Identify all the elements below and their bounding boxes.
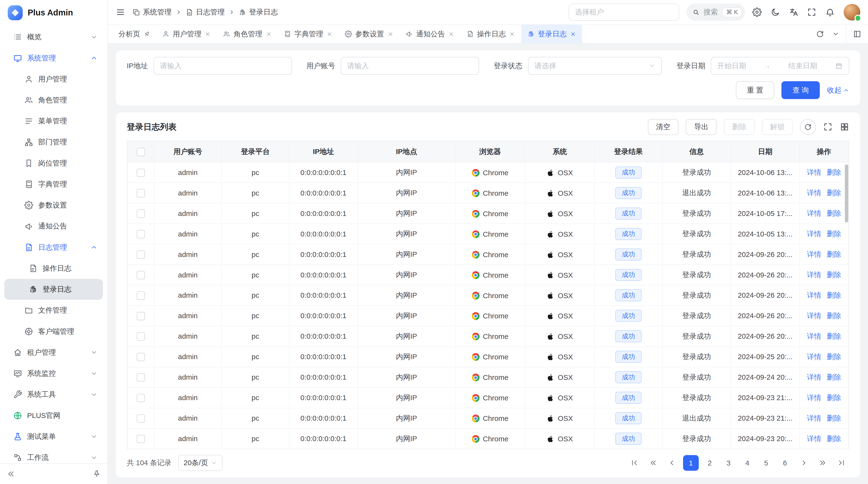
column-header[interactable]: 日期 [731, 141, 800, 162]
sidebar-item[interactable]: 文件管理 [4, 300, 103, 321]
delete-link[interactable]: 删除 [827, 373, 841, 381]
avatar[interactable] [844, 4, 860, 21]
reset-button[interactable]: 重 置 [736, 81, 774, 99]
tab-close-icon[interactable] [327, 31, 333, 37]
collapse-sidebar-icon[interactable] [7, 470, 15, 478]
tab-3[interactable]: 字典管理 [278, 25, 339, 43]
delete-link[interactable]: 删除 [827, 353, 841, 361]
sidebar-item[interactable]: 角色管理 [4, 90, 103, 110]
menu-toggle-button[interactable] [116, 7, 125, 17]
page-1-button[interactable]: 1 [683, 455, 699, 471]
status-select[interactable]: 请选择 [528, 57, 662, 74]
detail-link[interactable]: 详情 [807, 394, 821, 401]
detail-link[interactable]: 详情 [807, 434, 821, 443]
breadcrumb-item[interactable]: 日志管理 [185, 7, 225, 17]
sidebar-item[interactable]: 概览 [4, 27, 103, 47]
tab-5[interactable]: 通知公告 [400, 25, 460, 43]
sidebar-item[interactable]: 系统监控 [4, 363, 103, 384]
column-header[interactable]: 信息 [662, 141, 731, 162]
row-checkbox[interactable] [137, 291, 145, 300]
column-header[interactable]: IP地点 [358, 141, 455, 162]
page-6-button[interactable]: 6 [777, 455, 793, 471]
detail-link[interactable]: 详情 [807, 230, 821, 238]
notifications-icon[interactable] [825, 7, 835, 17]
row-checkbox[interactable] [137, 332, 145, 341]
unlock-button[interactable]: 解锁 [762, 119, 793, 135]
tab-0[interactable]: 分析页 [112, 25, 156, 43]
tab-close-icon[interactable] [509, 31, 515, 37]
sidebar-item[interactable]: 字典管理 [4, 174, 103, 195]
select-all-checkbox[interactable] [137, 148, 145, 156]
tab-2[interactable]: 角色管理 [217, 25, 278, 43]
sidebar-item[interactable]: 部门管理 [4, 132, 103, 153]
next-page-button[interactable] [796, 455, 812, 471]
page-4-button[interactable]: 4 [740, 455, 755, 471]
jump-forward-button[interactable] [815, 455, 830, 471]
page-2-button[interactable]: 2 [702, 455, 717, 471]
logo[interactable]: Plus Admin [0, 0, 107, 26]
tab-close-icon[interactable] [266, 31, 272, 37]
refresh-tab-icon[interactable] [816, 30, 824, 38]
content-expand-icon[interactable] [853, 30, 861, 38]
sidebar-item[interactable]: 操作日志 [4, 258, 103, 279]
sidebar-item[interactable]: 测试菜单 [4, 426, 103, 447]
detail-link[interactable]: 详情 [807, 250, 821, 258]
first-page-button[interactable] [627, 455, 642, 471]
column-header[interactable]: 操作 [800, 141, 848, 162]
row-checkbox[interactable] [137, 394, 145, 402]
tab-close-icon[interactable] [448, 31, 454, 37]
delete-link[interactable]: 删除 [827, 230, 841, 238]
delete-link[interactable]: 删除 [827, 394, 841, 401]
column-header[interactable]: IP地址 [289, 141, 358, 162]
sidebar-item[interactable]: 通知公告 [4, 216, 103, 237]
column-header[interactable]: 登录平台 [222, 141, 289, 162]
tab-1[interactable]: 用户管理 [156, 25, 217, 43]
tenant-select[interactable]: 选择租户 [568, 4, 679, 21]
export-button[interactable]: 导出 [686, 119, 717, 135]
last-page-button[interactable] [834, 455, 849, 471]
column-header[interactable]: 用户账号 [154, 141, 222, 162]
table-fullscreen-icon[interactable] [823, 122, 833, 132]
row-checkbox[interactable] [137, 353, 145, 361]
refresh-table-button[interactable] [800, 119, 816, 135]
column-settings-icon[interactable] [840, 122, 849, 132]
row-checkbox[interactable] [137, 414, 145, 423]
dark-mode-icon[interactable] [771, 7, 780, 17]
column-header[interactable]: 系统 [525, 141, 595, 162]
jump-back-button[interactable] [646, 455, 661, 471]
row-checkbox[interactable] [137, 209, 145, 218]
sidebar-item[interactable]: 系统工具 [4, 384, 103, 405]
prev-page-button[interactable] [664, 455, 680, 471]
sidebar-item[interactable]: 工作流 [4, 447, 103, 463]
row-checkbox[interactable] [137, 435, 145, 443]
table-scrollbar[interactable] [845, 164, 848, 223]
ip-input[interactable] [160, 62, 285, 70]
language-icon[interactable] [789, 7, 798, 17]
detail-link[interactable]: 详情 [807, 332, 821, 340]
tab-menu-chevron-icon[interactable] [832, 30, 839, 38]
search-button[interactable]: 查 询 [781, 81, 820, 99]
tab-close-icon[interactable] [205, 31, 211, 37]
sidebar-item[interactable]: 登录日志 [4, 279, 103, 300]
row-checkbox[interactable] [137, 374, 145, 382]
tab-close-icon[interactable] [570, 31, 576, 37]
page-size-select[interactable]: 20条/页 [178, 455, 222, 471]
global-search-button[interactable]: 搜索 ⌘ K [686, 4, 745, 21]
settings-icon[interactable] [752, 7, 762, 17]
sidebar-item[interactable]: 菜单管理 [4, 110, 103, 132]
sidebar-item[interactable]: PLUS官网 [4, 405, 103, 426]
delete-link[interactable]: 删除 [827, 434, 841, 443]
sidebar-item[interactable]: 参数设置 [4, 195, 103, 216]
sidebar-item[interactable]: 岗位管理 [4, 153, 103, 174]
sidebar-item[interactable]: 日志管理 [4, 237, 103, 258]
detail-link[interactable]: 详情 [807, 414, 821, 422]
detail-link[interactable]: 详情 [807, 312, 821, 320]
detail-link[interactable]: 详情 [807, 271, 821, 279]
clear-button[interactable]: 清空 [648, 119, 679, 135]
delete-link[interactable]: 删除 [827, 312, 841, 320]
delete-link[interactable]: 删除 [827, 414, 841, 422]
pin-sidebar-icon[interactable] [93, 470, 101, 478]
account-input[interactable] [347, 62, 472, 70]
row-checkbox[interactable] [137, 271, 145, 279]
breadcrumb-item[interactable]: 登录日志 [239, 7, 278, 17]
